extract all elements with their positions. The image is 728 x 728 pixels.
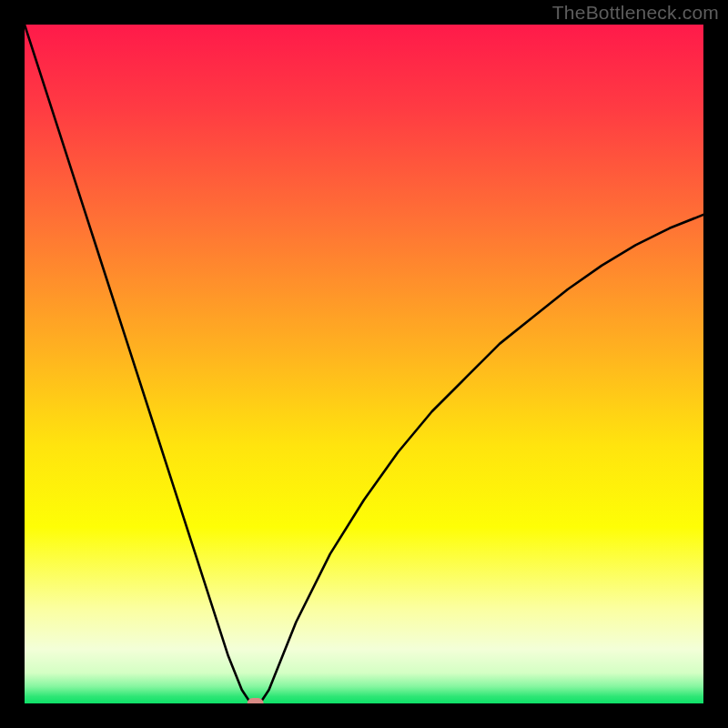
chart-frame: TheBottleneck.com (0, 0, 728, 728)
plot-background (25, 25, 703, 703)
bottleneck-plot (25, 25, 703, 703)
plot-svg (25, 25, 703, 703)
watermark-text: TheBottleneck.com (552, 2, 719, 24)
